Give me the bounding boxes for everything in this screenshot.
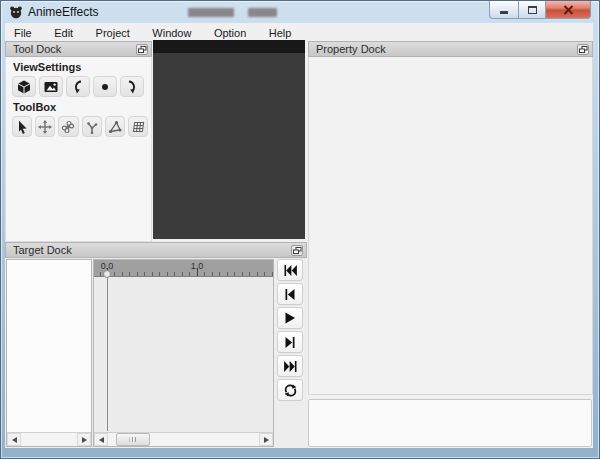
next-frame-icon [284, 337, 296, 348]
target-dock: Target Dock [5, 242, 307, 448]
bone-icon [61, 120, 75, 134]
view-settings-label: ViewSettings [6, 57, 151, 76]
pose-icon [85, 120, 99, 134]
skip-to-start-button[interactable] [277, 259, 303, 281]
tool-dock: Tool Dock ViewSettings [5, 41, 152, 242]
arrow-left-icon [99, 437, 104, 443]
property-dock-float-button[interactable] [577, 44, 589, 55]
rotate-left-icon [71, 80, 85, 94]
minimize-button[interactable] [489, 1, 518, 19]
scroll-right-button[interactable] [259, 433, 273, 446]
arrow-left-icon [12, 437, 17, 443]
tree-hscrollbar[interactable] [7, 432, 91, 446]
menu-project[interactable]: Project [87, 25, 139, 41]
move-icon [38, 120, 52, 134]
ffd-icon [108, 120, 122, 134]
skip-to-start-icon [284, 265, 297, 276]
playback-controls [277, 259, 305, 403]
playhead-line [107, 277, 108, 431]
property-dock-body [308, 57, 593, 395]
tool-dock-header[interactable]: Tool Dock [5, 41, 152, 57]
app-icon [9, 5, 23, 19]
skip-to-end-icon [284, 361, 297, 372]
next-frame-button[interactable] [277, 331, 303, 353]
scroll-right-button[interactable] [77, 433, 91, 446]
dot-icon [98, 80, 112, 94]
float-icon [579, 46, 588, 54]
rotate-view-left-button[interactable] [66, 76, 90, 97]
cube-view-button[interactable] [12, 76, 36, 97]
object-tree[interactable] [6, 259, 92, 447]
scroll-left-button[interactable] [94, 433, 108, 446]
mesh-icon [131, 120, 145, 134]
reset-view-button[interactable] [93, 76, 117, 97]
playhead-knob[interactable] [103, 270, 111, 278]
maximize-icon [528, 6, 537, 14]
close-icon [563, 5, 574, 15]
background-image-button[interactable] [39, 76, 63, 97]
window-controls [489, 1, 591, 19]
close-button[interactable] [546, 1, 591, 19]
previous-frame-icon [284, 289, 296, 300]
ffd-tool-button[interactable] [105, 116, 125, 137]
log-panel [308, 399, 592, 447]
toolbox-row [6, 116, 151, 137]
menu-bar: File Edit Project Window Option Help [5, 23, 593, 41]
client-area: File Edit Project Window Option Help Too… [5, 23, 593, 448]
cursor-tool-button[interactable] [12, 116, 32, 137]
tool-dock-body: ViewSettings [5, 57, 152, 242]
cursor-icon [15, 120, 29, 134]
canvas-viewport[interactable] [153, 40, 305, 239]
loop-button[interactable] [277, 379, 303, 401]
view-settings-row [6, 76, 151, 97]
tool-dock-title: Tool Dock [13, 43, 61, 55]
target-dock-float-button[interactable] [291, 245, 303, 256]
scrollbar-thumb[interactable] [116, 433, 150, 446]
title-bar[interactable]: AnimeEffects [1, 1, 599, 23]
window-title: AnimeEffects [28, 5, 98, 19]
menu-file[interactable]: File [5, 25, 41, 41]
play-icon [284, 312, 296, 324]
float-icon [293, 247, 302, 255]
timeline-panel[interactable]: 0.0 1.0 [93, 259, 274, 447]
mesh-tool-button[interactable] [128, 116, 148, 137]
property-dock: Property Dock [308, 41, 593, 395]
canvas-top-strip [153, 40, 305, 53]
redacted-text [248, 8, 277, 17]
target-dock-body: 0.0 1.0 [5, 258, 307, 448]
image-icon [44, 80, 58, 94]
pose-tool-button[interactable] [82, 116, 102, 137]
app-window: AnimeEffects File Edit Project Window Op… [0, 0, 600, 459]
timeline-hscrollbar[interactable] [94, 432, 273, 446]
menu-help[interactable]: Help [260, 25, 301, 41]
menu-window[interactable]: Window [143, 25, 200, 41]
property-dock-header[interactable]: Property Dock [308, 41, 593, 57]
rotate-right-icon [125, 80, 139, 94]
arrow-right-icon [264, 437, 269, 443]
menu-edit[interactable]: Edit [45, 25, 82, 41]
target-dock-title: Target Dock [13, 244, 72, 256]
cube-icon [17, 80, 31, 94]
move-srt-tool-button[interactable] [35, 116, 55, 137]
menu-option[interactable]: Option [205, 25, 255, 41]
float-icon [138, 46, 147, 54]
target-dock-header[interactable]: Target Dock [5, 242, 307, 258]
property-dock-title: Property Dock [316, 43, 386, 55]
redacted-text [188, 8, 234, 17]
bone-tool-button[interactable] [58, 116, 78, 137]
toolbox-label: ToolBox [6, 97, 151, 116]
loop-icon [284, 384, 297, 397]
play-button[interactable] [277, 307, 303, 329]
ruler-ticks [94, 260, 273, 276]
maximize-button[interactable] [518, 1, 546, 19]
rotate-view-right-button[interactable] [120, 76, 144, 97]
timeline-ruler[interactable]: 0.0 1.0 [94, 260, 273, 277]
scroll-left-button[interactable] [7, 433, 21, 446]
ruler-label-1: 1.0 [191, 261, 204, 271]
previous-frame-button[interactable] [277, 283, 303, 305]
minimize-icon [500, 11, 508, 14]
arrow-right-icon [82, 437, 87, 443]
skip-to-end-button[interactable] [277, 355, 303, 377]
tool-dock-float-button[interactable] [136, 44, 148, 55]
